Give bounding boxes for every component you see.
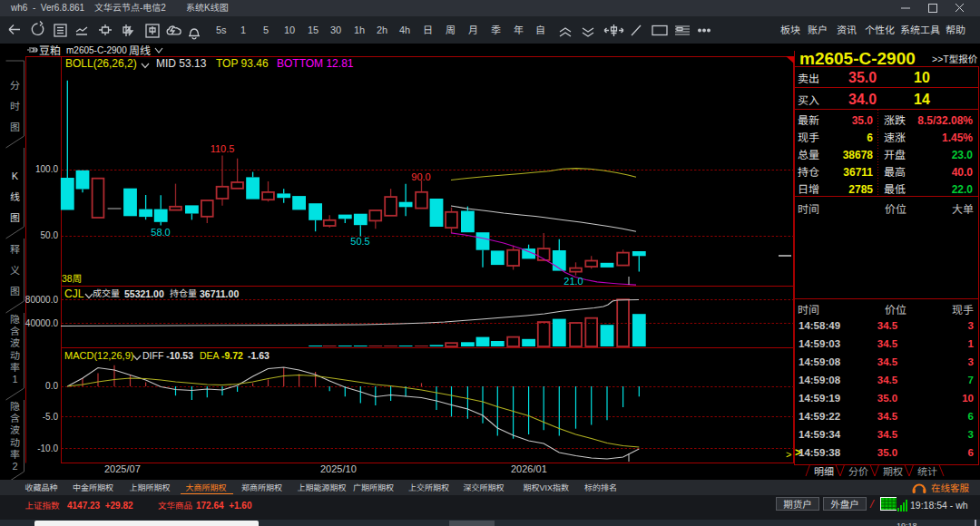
svg-text:>: > xyxy=(786,449,791,460)
